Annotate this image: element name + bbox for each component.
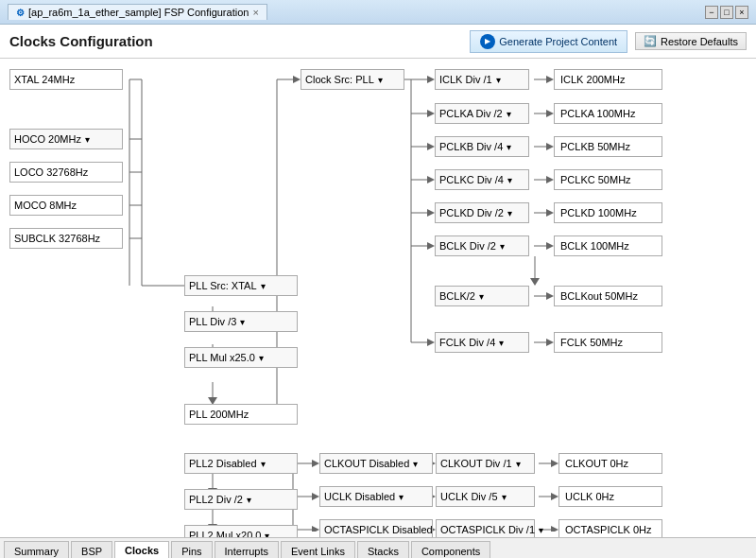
hoco-dropdown[interactable]: HOCO 20MHz [9, 129, 123, 149]
clocks-diagram: XTAL 24MHz HOCO 20MHz LOCO 32768Hz MOCO … [9, 68, 747, 532]
loco-box: LOCO 32768Hz [9, 162, 123, 183]
uclk-div-dropdown[interactable]: UCLK Div /5 [436, 486, 535, 507]
xtal-box: XTAL 24MHz [9, 69, 123, 90]
moco-box: MOCO 8MHz [9, 195, 123, 216]
pll-out-box: PLL 200MHz [184, 404, 298, 425]
svg-marker-45 [546, 110, 554, 117]
octaspi-disabled-dropdown[interactable]: OCTASPICLK Disabled [319, 519, 433, 537]
svg-marker-51 [546, 209, 554, 217]
window-controls: − □ × [705, 6, 748, 19]
tab-components[interactable]: Components [411, 541, 490, 558]
svg-marker-35 [427, 209, 435, 217]
bclk2-div-dropdown[interactable]: BCLK/2 [435, 286, 529, 306]
minimize-btn[interactable]: − [705, 6, 718, 19]
svg-marker-63 [312, 493, 319, 500]
title-bar: ⚙ [ap_ra6m_1a_ether_sample] FSP Configur… [0, 0, 756, 25]
svg-marker-31 [427, 143, 435, 150]
tab-pins[interactable]: Pins [171, 541, 212, 558]
iclk-out-box: ICLK 200MHz [554, 69, 662, 90]
bclk-out-box: BCLK 100MHz [554, 235, 662, 256]
bclkout-out-box: BCLKout 50MHz [554, 286, 662, 306]
pclkd-div-dropdown[interactable]: PCLKD Div /2 [435, 202, 529, 223]
svg-marker-39 [530, 278, 540, 286]
svg-marker-53 [546, 242, 554, 250]
generate-icon [480, 34, 495, 49]
clkout-out-box: CLKOUT 0Hz [558, 453, 662, 474]
svg-marker-77 [551, 460, 558, 467]
generate-button[interactable]: Generate Project Content [470, 30, 627, 53]
uclk-disabled-dropdown[interactable]: UCLK Disabled [319, 486, 433, 507]
pclka-div-dropdown[interactable]: PCLKA Div /2 [435, 103, 529, 124]
svg-marker-33 [427, 176, 435, 183]
tab-close[interactable]: × [252, 7, 258, 18]
title-bar-left: ⚙ [ap_ra6m_1a_ether_sample] FSP Configur… [8, 4, 267, 20]
pll-mul-dropdown[interactable]: PLL Mul x25.0 [184, 347, 298, 368]
iclk-div-dropdown[interactable]: ICLK Div /1 [435, 69, 529, 90]
pclkd-out-box: PCLKD 100MHz [554, 202, 662, 223]
tab-interrupts[interactable]: Interrupts [215, 541, 279, 558]
clkout-div-dropdown[interactable]: CLKOUT Div /1 [436, 453, 535, 474]
svg-marker-81 [551, 526, 558, 532]
svg-marker-65 [312, 526, 319, 532]
bclk-div-dropdown[interactable]: BCLK Div /2 [435, 235, 529, 256]
svg-marker-29 [427, 110, 435, 117]
pll-div-dropdown[interactable]: PLL Div /3 [184, 311, 298, 332]
fclk-out-box: FCLK 50MHz [554, 332, 662, 353]
pclkc-div-dropdown[interactable]: PCLKC Div /4 [435, 169, 529, 190]
pclkb-div-dropdown[interactable]: PCLKB Div /4 [435, 136, 529, 157]
maximize-btn[interactable]: □ [720, 6, 733, 19]
svg-marker-27 [427, 76, 435, 83]
octaspi-div-dropdown[interactable]: OCTASPICLK Div /1 [436, 519, 535, 537]
svg-marker-23 [293, 76, 301, 83]
restore-defaults-button[interactable]: 🔄 Restore Defaults [635, 32, 747, 50]
tab-icon: ⚙ [16, 8, 25, 18]
pclkb-out-box: PCLKB 50MHz [554, 136, 662, 157]
close-btn[interactable]: × [735, 6, 748, 19]
tab-event-links[interactable]: Event Links [281, 541, 355, 558]
fclk-div-dropdown[interactable]: FCLK Div /4 [435, 332, 529, 353]
tab-clocks[interactable]: Clocks [114, 541, 169, 558]
pll-src-dropdown[interactable]: PLL Src: XTAL [184, 275, 298, 296]
octaspi-out-box: OCTASPICLK 0Hz [558, 519, 662, 537]
svg-marker-37 [427, 242, 435, 250]
tab-summary[interactable]: Summary [4, 541, 69, 558]
svg-marker-49 [546, 176, 554, 183]
svg-marker-41 [427, 339, 435, 346]
restore-icon: 🔄 [644, 35, 657, 47]
svg-marker-55 [546, 292, 554, 300]
svg-marker-47 [546, 143, 554, 150]
header-actions: Generate Project Content 🔄 Restore Defau… [470, 30, 747, 53]
pll2-div-dropdown[interactable]: PLL2 Div /2 [184, 489, 298, 510]
svg-marker-43 [546, 76, 554, 83]
subclk-box: SUBCLK 32768Hz [9, 228, 123, 249]
pclka-out-box: PCLKA 100MHz [554, 103, 662, 124]
tab-label: [ap_ra6m_1a_ether_sample] FSP Configurat… [28, 7, 249, 18]
tab-bsp[interactable]: BSP [71, 541, 112, 558]
svg-marker-61 [312, 460, 319, 467]
pll2-mul-dropdown[interactable]: PLL2 Mul x20.0 [184, 525, 298, 537]
pclkc-out-box: PCLKC 50MHz [554, 169, 662, 190]
page-title: Clocks Configuration [9, 33, 153, 49]
page-header: Clocks Configuration Generate Project Co… [0, 25, 756, 59]
svg-marker-57 [546, 339, 554, 346]
uclk-out-box: UCLK 0Hz [558, 486, 662, 507]
pll2-dropdown[interactable]: PLL2 Disabled [184, 453, 298, 474]
bottom-tabs: Summary BSP Clocks Pins Interrupts Event… [0, 537, 756, 558]
editor-tab[interactable]: ⚙ [ap_ra6m_1a_ether_sample] FSP Configur… [8, 4, 267, 20]
clocks-diagram-area: XTAL 24MHz HOCO 20MHz LOCO 32768Hz MOCO … [0, 59, 756, 537]
clock-src-dropdown[interactable]: Clock Src: PLL [301, 69, 404, 90]
clkout-disabled-dropdown[interactable]: CLKOUT Disabled [319, 453, 433, 474]
svg-marker-79 [551, 493, 558, 500]
tab-stacks[interactable]: Stacks [357, 541, 409, 558]
